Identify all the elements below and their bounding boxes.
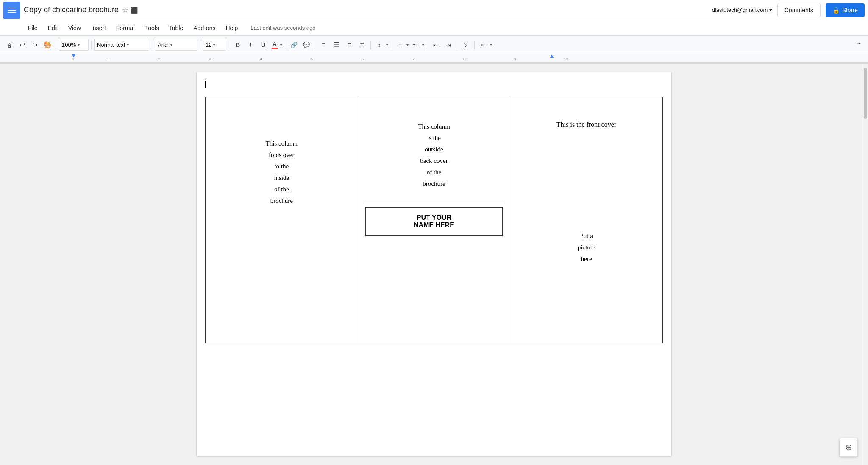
italic-button[interactable]: I [245, 39, 256, 51]
unordered-list-button[interactable]: •≡ [409, 39, 421, 51]
underline-button[interactable]: U [257, 39, 269, 51]
font-chevron: ▾ [170, 42, 172, 47]
front-cover-title: This is the front cover [556, 121, 616, 129]
paint-format-button[interactable]: 🎨 [42, 39, 53, 51]
style-select[interactable]: Normal text ▾ [94, 39, 149, 51]
app-icon[interactable] [3, 2, 20, 19]
brochure-col3[interactable]: This is the front cover Put apicturehere [510, 97, 663, 343]
indent-less-button[interactable]: ⇤ [430, 39, 442, 51]
brochure-col1[interactable]: This columnfolds overto theinsideof theb… [206, 97, 358, 343]
divider-8 [370, 41, 371, 49]
folder-icon[interactable]: ⬛ [131, 7, 138, 14]
toolbar: 🖨 ↩ ↪ 🎨 100% ▾ Normal text ▾ Arial ▾ 12 … [0, 36, 868, 54]
svg-text:8: 8 [463, 57, 465, 61]
picture-placeholder: Put apicturehere [578, 230, 595, 265]
menu-help[interactable]: Help [221, 23, 242, 33]
collapse-toolbar-button[interactable]: ⌃ [853, 39, 865, 51]
last-edit-status: Last edit was seconds ago [250, 25, 315, 31]
font-size-select[interactable]: 12 ▾ [203, 39, 226, 51]
fab-icon: ⊕ [845, 442, 852, 452]
paint-tool-button[interactable]: ✏ [477, 39, 489, 51]
user-email: dlastutech@gmail.com ▾ [712, 7, 772, 13]
col2-top-text: This columnis theoutsideback coverof the… [418, 121, 450, 190]
comment-button[interactable]: 💬 [300, 39, 312, 51]
style-chevron: ▾ [127, 42, 129, 47]
undo-button[interactable]: ↩ [16, 39, 28, 51]
ordered-list-button[interactable]: ≡ [394, 39, 406, 51]
align-center-button[interactable]: ☰ [331, 39, 342, 51]
divider-7 [315, 41, 315, 49]
divider-3 [152, 41, 152, 49]
line-spacing-button[interactable]: ↕ [373, 39, 385, 51]
ruler: 0 1 2 3 4 5 6 7 8 9 10 [0, 54, 868, 64]
cursor-line [205, 81, 663, 90]
line-spacing-chevron[interactable]: ▾ [386, 42, 388, 47]
ul-chevron[interactable]: ▾ [422, 42, 424, 47]
menu-insert[interactable]: Insert [87, 23, 110, 33]
smart-compose-fab[interactable]: ⊕ [839, 438, 858, 457]
divider-1 [56, 41, 56, 49]
zoom-select[interactable]: 100% ▾ [59, 39, 89, 51]
formula-button[interactable]: ∑ [460, 39, 472, 51]
menu-file[interactable]: File [24, 23, 42, 33]
size-chevron: ▾ [213, 42, 215, 47]
align-right-button[interactable]: ≡ [343, 39, 355, 51]
redo-button[interactable]: ↪ [29, 39, 41, 51]
ruler-svg: 0 1 2 3 4 5 6 7 8 9 10 [0, 54, 868, 63]
divider-9 [391, 41, 391, 49]
svg-text:7: 7 [412, 57, 415, 61]
col1-content: This columnfolds overto theinsideof theb… [212, 104, 351, 207]
brochure-col2[interactable]: This columnis theoutsideback coverof the… [358, 97, 510, 343]
divider-6 [285, 41, 285, 49]
ol-chevron[interactable]: ▾ [406, 42, 409, 47]
print-button[interactable]: 🖨 [3, 39, 15, 51]
font-color-button[interactable]: A [270, 40, 279, 50]
menu-view[interactable]: View [64, 23, 85, 33]
col3-content: This is the front cover Put apicturehere [517, 104, 656, 265]
svg-text:1: 1 [107, 57, 109, 61]
menu-bar: File Edit View Insert Format Tools Table… [0, 20, 868, 36]
divider-10 [427, 41, 427, 49]
document-canvas[interactable]: This columnfolds overto theinsideof theb… [197, 72, 671, 456]
app-icon-lines [8, 8, 16, 13]
divider-12 [474, 41, 475, 49]
divider-4 [200, 41, 200, 49]
col2-divider [365, 202, 504, 202]
name-box[interactable]: PUT YOUR NAME HERE [365, 207, 504, 236]
align-left-button[interactable]: ≡ [318, 39, 330, 51]
main-area: This columnfolds overto theinsideof theb… [0, 64, 868, 464]
menu-table[interactable]: Table [165, 23, 187, 33]
scrollbar-right[interactable] [862, 64, 868, 465]
align-justify-button[interactable]: ≡ [356, 39, 368, 51]
font-color-indicator [272, 48, 278, 49]
star-icon[interactable]: ☆ [122, 6, 128, 14]
lock-icon: 🔒 [832, 7, 840, 14]
text-cursor [205, 81, 206, 88]
link-button[interactable]: 🔗 [288, 39, 300, 51]
zoom-chevron: ▾ [78, 42, 80, 47]
svg-text:6: 6 [362, 57, 364, 61]
menu-addons[interactable]: Add-ons [189, 23, 220, 33]
share-button[interactable]: 🔒 Share [826, 3, 865, 17]
paint-chevron[interactable]: ▾ [490, 42, 492, 47]
font-color-chevron[interactable]: ▾ [280, 42, 282, 47]
svg-text:2: 2 [158, 57, 160, 61]
comments-button[interactable]: Comments [777, 3, 821, 17]
scrollbar-thumb[interactable] [864, 68, 867, 119]
svg-text:10: 10 [564, 57, 568, 61]
svg-text:4: 4 [260, 57, 262, 61]
svg-text:5: 5 [311, 57, 313, 61]
brochure-table: This columnfolds overto theinsideof theb… [205, 97, 663, 343]
svg-text:3: 3 [209, 57, 211, 61]
bold-button[interactable]: B [232, 39, 244, 51]
divider-11 [457, 41, 457, 49]
indent-more-button[interactable]: ⇥ [442, 39, 454, 51]
divider-5 [229, 41, 229, 49]
menu-format[interactable]: Format [112, 23, 139, 33]
svg-text:0: 0 [72, 57, 74, 61]
col2-content: This columnis theoutsideback coverof the… [365, 104, 504, 243]
menu-edit[interactable]: Edit [44, 23, 62, 33]
font-select[interactable]: Arial ▾ [155, 39, 197, 51]
menu-tools[interactable]: Tools [141, 23, 163, 33]
doc-title: Copy of chiccarine brochure [24, 6, 119, 14]
